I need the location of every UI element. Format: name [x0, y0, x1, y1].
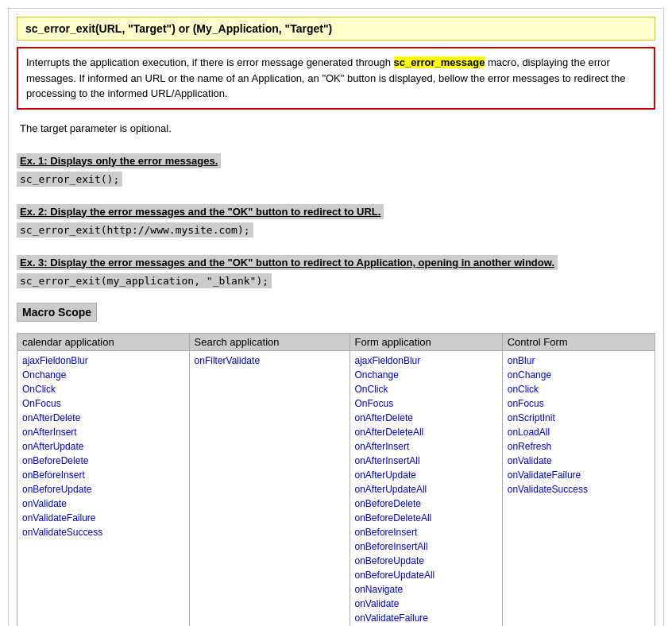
- list-item[interactable]: onBeforeUpdate: [355, 554, 497, 568]
- title-bar: sc_error_exit(URL, "Target") or (My_Appl…: [17, 17, 655, 41]
- list-item[interactable]: onRefresh: [508, 439, 650, 454]
- list-item[interactable]: onBeforeInsert: [355, 525, 497, 539]
- list-item[interactable]: onValidateSuccess: [508, 482, 650, 497]
- list-item[interactable]: onBeforeUpdate: [22, 482, 184, 497]
- macro-scope-label: Macro Scope: [17, 303, 97, 322]
- list-item[interactable]: onBeforeDelete: [355, 497, 497, 511]
- list-item[interactable]: onAfterInsertAll: [355, 454, 497, 468]
- list-item[interactable]: onValidate: [355, 597, 497, 611]
- list-item[interactable]: OnClick: [22, 382, 184, 396]
- example-2: Ex. 2: Display the error messages and th…: [17, 201, 655, 241]
- list-item[interactable]: onNavigate: [355, 582, 497, 597]
- col-1-items: onFilterValidate: [189, 350, 350, 626]
- list-item[interactable]: ajaxFieldonBlur: [355, 354, 497, 368]
- col-0-items: ajaxFieldonBlurOnchangeOnClickOnFocusonA…: [17, 350, 190, 626]
- list-item[interactable]: onAfterDelete: [22, 411, 184, 425]
- list-item[interactable]: onValidateFailure: [508, 468, 650, 482]
- list-item[interactable]: ajaxFieldonBlur: [22, 354, 184, 368]
- col-2-items: ajaxFieldonBlurOnchangeOnClickOnFocusonA…: [350, 350, 502, 626]
- list-item[interactable]: onChange: [508, 368, 650, 382]
- list-item[interactable]: onFocus: [508, 396, 650, 411]
- list-item[interactable]: onAfterUpdateAll: [355, 482, 497, 497]
- list-item[interactable]: onAfterUpdate: [22, 439, 184, 454]
- list-item[interactable]: onBeforeDeleteAll: [355, 511, 497, 525]
- example-1: Ex. 1: Displays only the error messages.…: [17, 150, 655, 190]
- list-item[interactable]: onAfterUpdate: [355, 468, 497, 482]
- list-item[interactable]: onBeforeDelete: [22, 454, 184, 468]
- col-header-3: Control Form: [502, 333, 655, 350]
- list-item[interactable]: OnFocus: [22, 396, 184, 411]
- list-item[interactable]: onClick: [508, 382, 650, 396]
- col-header-2: Form application: [350, 333, 502, 350]
- list-item[interactable]: onValidate: [508, 454, 650, 468]
- description-highlight: sc_error_message: [394, 56, 485, 68]
- list-item[interactable]: onValidateFailure: [22, 511, 184, 525]
- title-text: sc_error_exit(URL, "Target") or (My_Appl…: [25, 22, 332, 35]
- example-3: Ex. 3: Display the error messages and th…: [17, 252, 655, 292]
- list-item[interactable]: onScriptInit: [508, 411, 650, 425]
- list-item[interactable]: Onchange: [22, 368, 184, 382]
- list-item[interactable]: onAfterInsert: [22, 425, 184, 439]
- list-item[interactable]: onAfterDeleteAll: [355, 425, 497, 439]
- list-item[interactable]: onBeforeInsert: [22, 468, 184, 482]
- list-item[interactable]: OnFocus: [355, 396, 497, 411]
- list-item[interactable]: onValidateSuccess: [22, 525, 184, 539]
- example-2-code: sc_error_exit(http://www.mysite.com);: [17, 222, 253, 238]
- list-item[interactable]: onValidate: [22, 497, 184, 511]
- example-2-title: Ex. 2: Display the error messages and th…: [17, 204, 384, 219]
- list-item[interactable]: onBeforeInsertAll: [355, 539, 497, 554]
- example-3-code: sc_error_exit(my_application, "_blank");: [17, 273, 272, 288]
- col-3-items: onBluronChangeonClickonFocusonScriptInit…: [502, 350, 655, 626]
- description-text1: Interrupts the application execution, if…: [26, 56, 394, 68]
- col-header-0: calendar application: [17, 333, 190, 350]
- list-item[interactable]: onAfterDelete: [355, 411, 497, 425]
- macro-scope-section: Macro Scope calendar application Search …: [17, 303, 655, 627]
- list-item[interactable]: Onchange: [355, 368, 497, 382]
- example-1-code: sc_error_exit();: [17, 172, 122, 187]
- description-box: Interrupts the application execution, if…: [17, 47, 655, 110]
- example-3-title: Ex. 3: Display the error messages and th…: [17, 255, 558, 270]
- list-item[interactable]: onBeforeUpdateAll: [355, 568, 497, 582]
- page-container: sc_error_exit(URL, "Target") or (My_Appl…: [8, 8, 664, 626]
- list-item[interactable]: onBlur: [508, 354, 650, 368]
- list-item[interactable]: OnClick: [355, 382, 497, 396]
- target-note-text: The target parameter is opitional.: [20, 122, 172, 134]
- scope-table: calendar application Search application …: [17, 333, 655, 627]
- example-1-title: Ex. 1: Displays only the error messages.: [17, 153, 221, 168]
- table-row: ajaxFieldonBlurOnchangeOnClickOnFocusonA…: [17, 350, 655, 626]
- list-item[interactable]: onFilterValidate: [195, 354, 345, 368]
- list-item[interactable]: onValidateFailure: [355, 611, 497, 625]
- list-item[interactable]: onLoadAll: [508, 425, 650, 439]
- list-item[interactable]: onAfterInsert: [355, 439, 497, 454]
- target-note: The target parameter is opitional.: [17, 118, 655, 139]
- col-header-1: Search application: [189, 333, 350, 350]
